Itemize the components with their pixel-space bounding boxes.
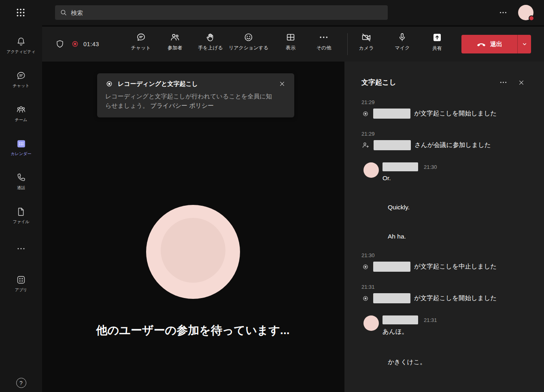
close-icon bbox=[517, 79, 525, 87]
chat-button-label: チャット bbox=[131, 45, 151, 51]
record-icon bbox=[361, 263, 370, 271]
system-event-text: が文字起こしを中止しました bbox=[414, 262, 497, 271]
sidebar-item-apps[interactable]: アプリ bbox=[0, 266, 42, 300]
sidebar-item-calls[interactable]: 通話 bbox=[0, 164, 42, 198]
waffle-icon bbox=[15, 7, 26, 18]
transcript-system-event: さんが会議に参加しました bbox=[361, 140, 526, 150]
help-button[interactable]: ? bbox=[0, 378, 42, 388]
file-icon bbox=[16, 207, 26, 217]
system-event-text: が文字起こしを開始しました bbox=[414, 294, 497, 303]
sidebar-item-more[interactable] bbox=[0, 232, 42, 266]
transcript-message: 21:31 あんほ。 bbox=[361, 315, 526, 336]
smiley-icon bbox=[243, 32, 254, 43]
toolbar-divider bbox=[347, 33, 348, 55]
sidebar-item-files[interactable]: ファイル bbox=[0, 198, 42, 232]
mic-button[interactable]: マイク bbox=[395, 32, 410, 51]
sidebar-item-label: カレンダー bbox=[11, 151, 32, 157]
banner-close-button[interactable] bbox=[278, 80, 286, 88]
record-icon bbox=[361, 294, 370, 303]
sidebar-item-activity[interactable]: アクティビティ bbox=[0, 28, 42, 62]
sidebar-item-label: 通話 bbox=[17, 185, 25, 191]
camera-button-label: カメラ bbox=[359, 45, 374, 52]
person-add-icon bbox=[361, 141, 370, 149]
participants-button[interactable]: 参加者 bbox=[168, 32, 182, 51]
participant-avatar bbox=[363, 162, 379, 178]
more-icon bbox=[16, 244, 26, 254]
leave-options-button[interactable] bbox=[518, 35, 531, 53]
record-icon bbox=[361, 110, 370, 118]
transcript-text: あんほ。 bbox=[382, 328, 437, 336]
share-button-label: 共有 bbox=[432, 45, 442, 52]
more-icon bbox=[499, 8, 508, 17]
redacted-participant-name bbox=[373, 109, 410, 119]
more-actions-button-label: その他 bbox=[317, 45, 332, 51]
bell-icon bbox=[16, 36, 26, 47]
topbar-right-actions bbox=[499, 0, 544, 25]
transcript-timestamp: 21:30 bbox=[361, 252, 526, 258]
transcript-panel-title: 文字起こし bbox=[361, 78, 396, 87]
sidebar-item-teams[interactable]: チーム bbox=[0, 96, 42, 130]
more-actions-button[interactable]: その他 bbox=[317, 32, 332, 51]
view-button-label: 表示 bbox=[286, 45, 295, 51]
topbar-more-button[interactable] bbox=[499, 8, 508, 17]
chat-button[interactable]: チャット bbox=[131, 32, 151, 51]
redacted-speaker-name bbox=[382, 162, 418, 171]
sidebar-item-chat[interactable]: チャット bbox=[0, 62, 42, 96]
transcript-text: Or. bbox=[382, 175, 437, 182]
mic-button-label: マイク bbox=[395, 45, 410, 51]
help-icon: ? bbox=[16, 378, 26, 388]
transcript-system-event: が文字起こしを開始しました bbox=[361, 293, 526, 303]
view-button[interactable]: 表示 bbox=[285, 32, 296, 51]
transcript-text: かきくけこ。 bbox=[388, 358, 526, 366]
participants-button-label: 参加者 bbox=[168, 45, 182, 51]
transcript-scroll-area[interactable]: 21:29 が文字起こしを開始しました 21:29 さんが会議に参加しました bbox=[344, 87, 544, 388]
leave-button[interactable]: 退出 bbox=[461, 35, 517, 53]
close-icon bbox=[278, 80, 286, 88]
redacted-participant-name bbox=[374, 140, 411, 150]
system-event-text: が文字起こしを開始しました bbox=[414, 109, 497, 118]
user-avatar[interactable] bbox=[518, 5, 533, 20]
calendar-icon bbox=[16, 138, 27, 149]
teams-meeting-window: アクティビティ チャット チーム カレンダー 通話 ファイル アプリ bbox=[0, 0, 544, 392]
sidebar-item-label: アプリ bbox=[15, 287, 28, 293]
sidebar-item-calendar[interactable]: カレンダー bbox=[0, 130, 42, 164]
transcript-system-event: が文字起こしを開始しました bbox=[361, 109, 526, 119]
search-box[interactable] bbox=[55, 5, 388, 20]
participant-avatar-placeholder bbox=[146, 205, 240, 299]
transcript-timestamp: 21:30 bbox=[424, 164, 437, 170]
search-input[interactable] bbox=[71, 9, 383, 16]
shield-icon bbox=[55, 39, 65, 49]
banner-title: レコーディングと文字起こし bbox=[118, 80, 198, 88]
leave-button-label: 退出 bbox=[490, 40, 502, 48]
share-button[interactable]: 共有 bbox=[432, 32, 443, 52]
participant-avatar bbox=[363, 315, 379, 331]
camera-button[interactable]: カメラ bbox=[359, 32, 374, 52]
waiting-message: 他のユーザーの参加を待っています... bbox=[42, 323, 344, 338]
transcript-more-button[interactable] bbox=[499, 78, 508, 87]
security-shield-button[interactable] bbox=[55, 39, 65, 49]
leave-phone-icon bbox=[476, 39, 486, 49]
raise-hand-button-label: 手を上げる bbox=[198, 45, 223, 51]
more-icon bbox=[319, 32, 329, 43]
sidebar-item-label: チーム bbox=[15, 117, 27, 123]
meeting-timer: 01:43 bbox=[83, 41, 99, 47]
view-grid-icon bbox=[285, 32, 296, 43]
transcript-timestamp: 21:29 bbox=[361, 131, 526, 137]
search-icon bbox=[60, 9, 67, 16]
raise-hand-button[interactable]: 手を上げる bbox=[198, 32, 223, 51]
app-launcher-button[interactable] bbox=[15, 7, 26, 18]
participants-icon bbox=[170, 32, 180, 43]
sidebar-item-label: アクティビティ bbox=[6, 49, 36, 55]
react-button-label: リアクションする bbox=[229, 45, 268, 51]
react-button[interactable]: リアクションする bbox=[229, 32, 268, 51]
system-event-text: さんが会議に参加しました bbox=[414, 141, 491, 149]
transcript-timestamp: 21:31 bbox=[424, 317, 437, 323]
transcript-close-button[interactable] bbox=[517, 79, 525, 87]
recording-notice-banner: レコーディングと文字起こし レコーディングと文字起こしが行われていることを全員に… bbox=[97, 73, 294, 117]
meeting-stage: レコーディングと文字起こし レコーディングと文字起こしが行われていることを全員に… bbox=[42, 62, 344, 392]
privacy-policy-link[interactable]: プライバシー ポリシー bbox=[150, 102, 214, 109]
redacted-participant-name bbox=[373, 262, 410, 272]
apps-icon bbox=[16, 275, 26, 285]
mic-icon bbox=[397, 32, 408, 43]
transcript-panel: 文字起こし 21:29 が文字起こしを開始しました 21:29 bbox=[344, 62, 544, 392]
